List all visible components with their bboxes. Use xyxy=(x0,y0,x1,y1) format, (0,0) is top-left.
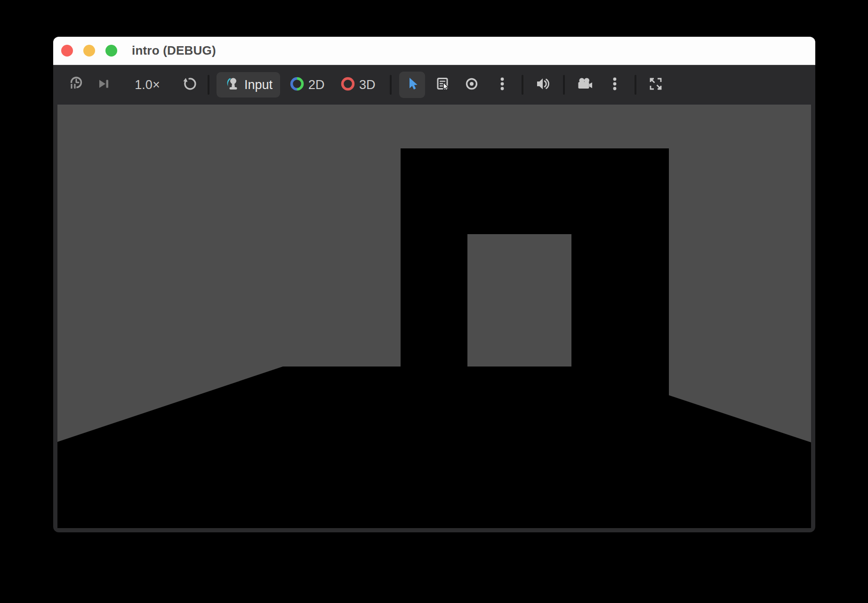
camera-override-icon xyxy=(464,76,480,94)
view-2d-button[interactable]: 2D xyxy=(290,77,325,93)
select-cursor-icon xyxy=(405,76,420,93)
view-3d-label: 3D xyxy=(359,78,376,92)
view-3d-button[interactable]: 3D xyxy=(341,77,376,93)
doorway-opening xyxy=(467,234,571,367)
camera-button[interactable] xyxy=(576,77,595,93)
input-mode-button[interactable]: Input xyxy=(217,72,280,98)
zoom-button[interactable] xyxy=(105,45,117,57)
reset-icon xyxy=(181,76,197,94)
pause-game-button[interactable] xyxy=(67,77,83,93)
next-frame-icon xyxy=(96,76,112,94)
floor-and-wall xyxy=(57,148,811,528)
game-render xyxy=(57,105,811,528)
debug-toolbar: 1.0× Input xyxy=(53,65,815,105)
camera-override-button[interactable] xyxy=(464,77,480,93)
reset-button[interactable] xyxy=(181,77,197,93)
speed-select[interactable]: 1.0× xyxy=(128,78,167,92)
toolbar-separator xyxy=(390,75,392,95)
pick-node-button[interactable] xyxy=(434,77,450,93)
speaker-icon xyxy=(534,76,552,94)
input-mode-label: Input xyxy=(244,78,273,92)
ring-2d-icon xyxy=(290,77,304,93)
kebab-icon xyxy=(497,76,507,94)
traffic-lights xyxy=(53,45,117,57)
close-button[interactable] xyxy=(61,45,73,57)
fullscreen-button[interactable] xyxy=(648,77,664,93)
window-title: intro (DEBUG) xyxy=(132,43,216,58)
minimize-button[interactable] xyxy=(83,45,95,57)
toolbar-separator xyxy=(563,75,565,95)
ring-3d-icon xyxy=(341,77,355,93)
speed-label: 1.0× xyxy=(135,78,160,92)
titlebar[interactable]: intro (DEBUG) xyxy=(53,37,815,65)
audio-toggle-button[interactable] xyxy=(534,77,552,93)
game-viewport[interactable] xyxy=(57,105,811,528)
view-2d-label: 2D xyxy=(308,78,325,92)
view-options-menu-button[interactable] xyxy=(497,77,507,93)
toolbar-separator xyxy=(635,75,636,95)
toolbar-separator xyxy=(522,75,523,95)
next-frame-button[interactable] xyxy=(96,77,112,93)
select-mode-button[interactable] xyxy=(399,72,425,98)
kebab-icon xyxy=(610,76,620,94)
fullscreen-icon xyxy=(648,76,664,94)
pick-node-icon xyxy=(434,76,450,94)
pause-icon xyxy=(67,76,83,94)
more-options-menu-button[interactable] xyxy=(610,77,620,93)
joystick-icon xyxy=(224,76,240,94)
game-debug-window: intro (DEBUG) 1.0× xyxy=(53,37,815,532)
movie-camera-icon xyxy=(576,76,595,94)
toolbar-separator xyxy=(208,75,209,95)
